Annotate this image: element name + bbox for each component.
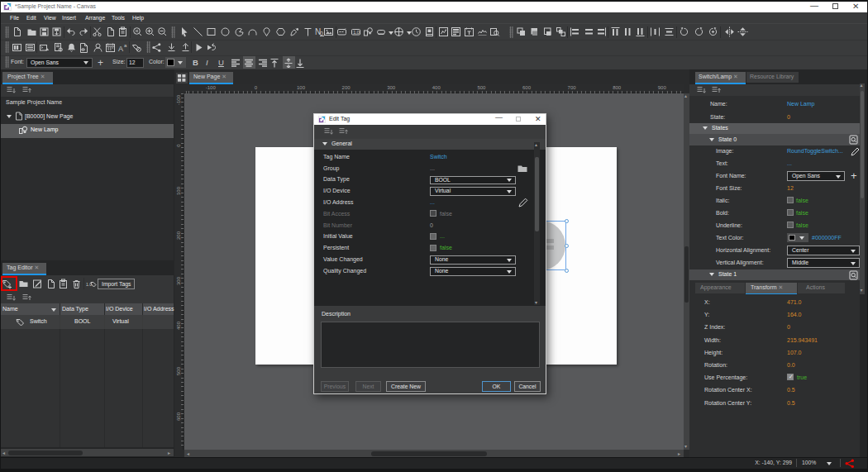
svg-text:a: a [124,43,127,48]
svg-text:1.0: 1.0 [353,30,360,35]
svg-text:A: A [118,45,123,53]
